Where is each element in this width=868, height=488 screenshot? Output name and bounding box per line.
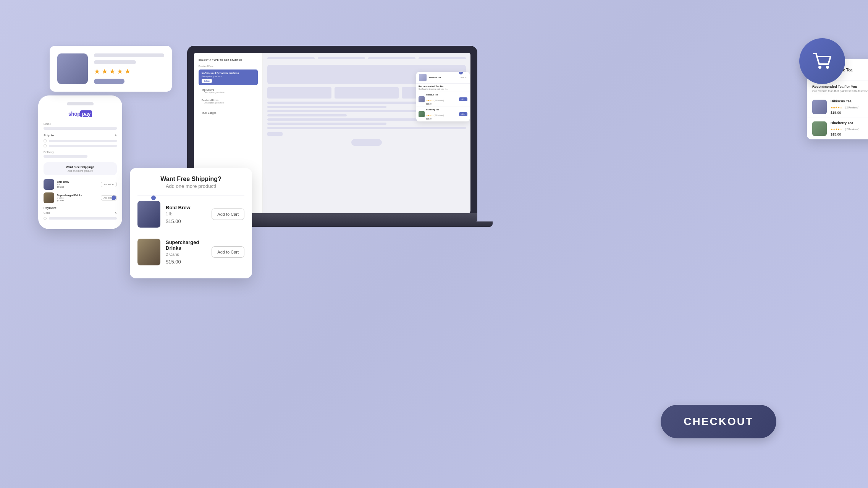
tsp-item-2: Blueberry Tea ★★★☆☆( 2 Reviews ) $15.00 … [416,107,470,121]
svg-point-0 [818,66,821,69]
tsp-notification-badge: 1 [459,72,463,74]
tsp-item-thumb-2 [419,111,425,117]
tea-item-blueberry: Blueberry Tea ★★★★☆ ( 2 Reviews ) $15.00… [807,118,868,139]
main-skeleton-3 [335,87,399,99]
main-bar-1 [267,102,426,104]
main-bar-4 [267,114,347,116]
shipping-product-2: Supercharged Drinks 2 Cans $15.00 Add to… [137,233,244,271]
shipping-product-thumb-2 [137,239,160,265]
sidebar-item-top-sellers[interactable]: Top Sellers Description goes here [199,87,258,96]
tea-item-name-hibiscus: Hibiscus Tea [831,99,868,103]
shipping-product-name-2: Supercharged Drinks [166,239,206,251]
delivery-bar [44,155,87,158]
shipping-add-to-cart-2[interactable]: Add to Cart [212,246,244,258]
select-button[interactable]: Select [202,79,212,83]
connector-dot-left [112,196,116,200]
card-radio[interactable] [44,217,47,220]
tea-rec-sub: Our favorite teas that pair best with Ja… [807,89,868,96]
shipping-product-price-2: $15.00 [166,259,206,265]
main-bar-6 [267,123,386,125]
tsp-item-thumb-1 [419,96,425,102]
tsp-rec-sub: Our favorite teas that pair best w... [416,88,470,92]
card-option [44,217,117,220]
cart-icon [811,50,834,73]
shipping-product-price-1: $15.00 [166,218,206,224]
sidebar-sub-top-sellers: Description goes here [202,91,255,94]
tea-item-name-blueberry: Blueberry Tea [831,121,868,125]
ship-to-chevron: ∧ [115,134,117,137]
radio-button-2[interactable] [44,144,47,147]
svg-point-1 [826,66,829,69]
tsp-rec-title: Recommended Tea For [416,84,470,88]
shipping-banner-title: Want Free Shipping? [47,165,113,169]
tea-price-hibiscus: $15.00 [831,111,868,115]
tea-small-panel: 1 Jasmine Tea $15.00 Recommended Tea For… [416,72,470,121]
phone-product-sub-1: 1 lb [57,183,98,186]
product-preview-card: ★ ★ ★ ★ ★ [50,46,172,92]
email-field-bar [44,127,117,130]
sidebar-item-sub-1: Description goes here [202,75,255,78]
tsp-stars-2: ★★★☆☆ [426,115,434,116]
shipping-product-1: Bold Brew 1 lb $15.00 Add to Cart [137,195,244,233]
shop-pay-logo: shoppay [44,111,117,117]
sidebar-sub-featured: Description goes here [202,102,255,104]
connector-dot-right [151,196,156,200]
phone-product-price-2: $15.00 [57,199,98,202]
sidebar-title: SELECT A TYPE TO GET STARTED [199,59,258,61]
phone-product-name-1: Bold Brew [57,181,98,183]
email-label: Email [44,122,117,126]
tsp-add-btn-2[interactable]: Add [459,112,467,116]
tsp-add-btn-1[interactable]: Add [459,97,467,101]
tsp-item-price-2: $15.00 [426,118,457,120]
main-skeleton-2 [267,87,331,99]
tsp-header-price: $15.00 [461,76,467,79]
phone-product-1: Bold Brew 1 lb $15.00 Add to Cart [44,179,117,190]
tea-reviews-hibiscus: ( 2 Reviews ) [845,106,859,109]
main-bar-7 [267,127,466,129]
checkout-button[interactable]: CHECKOUT [661,405,776,438]
shipping-add-to-cart-1[interactable]: Add to Cart [212,208,244,220]
address-option-1 [44,139,117,142]
card-bar [49,217,117,220]
tea-item-hibiscus: Hibiscus Tea ★★★★☆ ( 2 Reviews ) $15.00 … [807,96,868,118]
tea-stars-blueberry: ★★★★☆ [831,128,842,131]
tsp-item-1: Hibiscus Tea ★★★☆☆( 2 Reviews ) $15.00 A… [416,92,470,107]
shipping-product-qty-1: 1 lb [166,212,206,216]
address-bar-1 [49,140,117,142]
card-row: Card ∧ [44,211,117,215]
radio-button[interactable] [44,139,47,142]
tea-reviews-blueberry: ( 2 Reviews ) [845,128,859,131]
sidebar-item-trust-badges[interactable]: Trust Badges [199,110,258,116]
product-thumb-1 [44,179,54,190]
shipping-product-qty-2: 2 Cans [166,252,206,257]
tsp-thumb [419,74,427,81]
tsp-header-name: Jasmine Tea [428,76,441,79]
phone-shipping-banner: Want Free Shipping? Add one more product… [44,162,117,175]
phone-product-price-1: $15.00 [57,186,98,188]
product-title-skeleton [94,53,164,57]
phone-notch [67,102,94,105]
delivery-label: Delivery [44,150,117,154]
shipping-popup: Want Free Shipping? Add one more product… [130,168,252,278]
sidebar-section-label: Product Offers [199,65,258,67]
product-subtitle-skeleton [94,60,136,64]
tea-price-blueberry: $15.00 [831,133,868,136]
main-bar-2 [267,106,386,108]
sidebar-item-featured[interactable]: Featured Items Description goes here [199,97,258,107]
tea-stars-hibiscus: ★★★★☆ [831,106,842,109]
tsp-stars-1: ★★★☆☆ [426,100,434,102]
star-rating: ★ ★ ★ ★ ★ [94,67,164,76]
card-chevron: ∧ [115,211,117,215]
tsp-item-price-1: $15.00 [426,103,457,105]
phone-add-to-cart-1[interactable]: Add to Cart [101,182,117,187]
sidebar-item-in-checkout[interactable]: In-Checkout Recommendations Description … [199,69,258,85]
phone-product-sub-2: 2 Cans [57,197,98,199]
ship-to-label: Ship to ∧ [44,134,117,137]
address-bar-2 [49,145,117,147]
cart-icon-circle[interactable] [799,38,845,84]
tea-item-thumb-blueberry [812,121,827,136]
address-option-2 [44,144,117,147]
phone-product-2: Supercharged Drinks 2 Cans $15.00 Add to… [44,192,117,203]
payment-label: Payment [44,206,117,210]
main-button-skeleton [351,139,382,146]
